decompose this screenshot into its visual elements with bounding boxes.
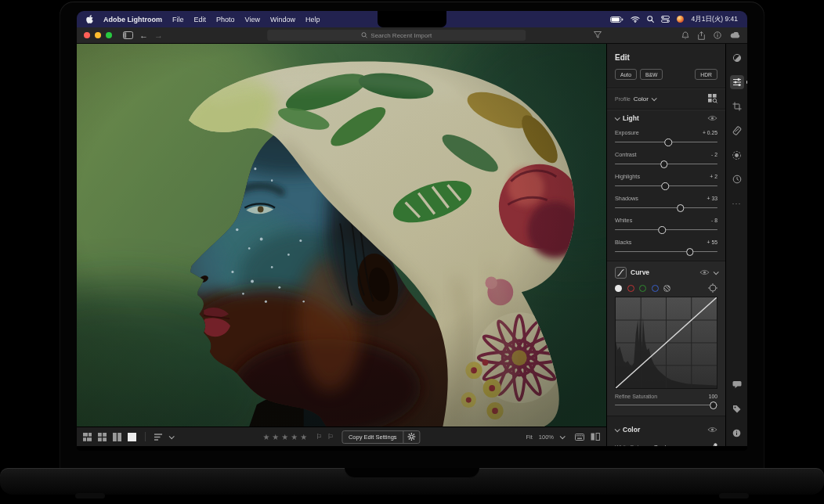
curve-eye-icon[interactable] [699,269,710,275]
edit-settings-gear-icon[interactable] [404,433,420,441]
light-section-header[interactable]: Light [615,110,717,127]
battery-icon[interactable] [610,16,623,23]
slider-thumb[interactable] [686,248,694,256]
detail-view-icon[interactable] [128,433,136,441]
close-window-button[interactable] [84,32,90,38]
notifications-bell-icon[interactable] [681,31,689,40]
shadows-slider[interactable] [615,203,717,212]
zoom-window-button[interactable] [106,32,112,38]
curve-tool-icon[interactable] [615,267,627,279]
sort-chevron-icon[interactable] [169,434,175,439]
slider-thumb[interactable] [660,160,668,168]
sort-icon[interactable] [154,434,163,441]
zoom-level-value[interactable]: 100% [539,434,554,441]
tone-curve-chart[interactable] [615,297,717,389]
forward-button[interactable]: → [154,31,163,40]
curve-channel-red[interactable] [627,285,634,292]
slider-whites: Whites- 8 [615,217,717,234]
cloud-sync-icon[interactable] [730,32,740,38]
profile-chevron-icon[interactable] [652,95,657,101]
highlights-slider[interactable] [615,182,717,190]
info-icon[interactable] [730,426,744,440]
menu-window[interactable]: Window [270,16,295,23]
curve-channel-blue[interactable] [652,285,659,292]
color-eye-icon[interactable] [707,427,717,433]
zoom-chevron-icon[interactable] [560,434,566,439]
slider-thumb[interactable] [677,204,685,212]
light-collapse-icon[interactable] [615,115,620,121]
zoom-fit-label[interactable]: Fit [526,434,532,441]
copy-edit-settings-button[interactable]: Copy Edit Settings [342,434,403,441]
color-section-title: Color [623,426,640,434]
menu-file[interactable]: File [172,16,184,23]
menu-clock[interactable]: 4月1日(火) 9:41 [691,15,738,24]
curve-channel-mixed[interactable] [663,285,670,292]
white-balance-chevron-icon[interactable] [678,444,683,446]
wifi-icon[interactable] [631,16,640,23]
hdr-button[interactable]: HDR [695,69,717,80]
edit-sliders-icon[interactable] [730,75,744,89]
search-input[interactable]: Search Recent Import [267,30,526,41]
whites-slider[interactable] [615,225,717,234]
photo-canvas[interactable] [77,44,606,427]
menu-view[interactable]: View [245,16,260,23]
profile-browse-icon[interactable] [708,94,717,103]
curve-channel-rgb[interactable] [615,285,622,292]
color-collapse-icon[interactable] [615,427,620,432]
laptop-base [0,468,824,495]
menu-app-name[interactable]: Adobe Lightroom [103,16,162,23]
profile-value[interactable]: Color [634,95,649,103]
flag-pick-icon[interactable]: ⚐ ⚐ [316,433,335,441]
slider-thumb[interactable] [661,182,669,190]
curve-section: Curve [607,261,725,416]
slider-thumb[interactable] [659,226,667,234]
menu-photo[interactable]: Photo [216,16,235,23]
menu-avatar-icon[interactable] [677,16,684,23]
slider-value: + 33 [707,196,717,201]
crop-icon[interactable] [730,99,744,113]
curve-channel-green[interactable] [639,285,646,292]
comments-icon[interactable] [730,377,744,391]
refine-saturation-slider[interactable] [615,401,717,409]
adjust-tone-icon[interactable] [730,51,744,65]
menu-edit[interactable]: Edit [194,16,207,23]
help-info-icon[interactable] [714,31,721,39]
more-tools-icon[interactable]: ··· [730,196,744,211]
curve-target-icon[interactable] [708,283,717,293]
exposure-slider[interactable] [615,138,717,146]
refine-saturation-label: Refine Saturation [615,394,657,399]
healing-brush-icon[interactable] [730,124,744,138]
filter-icon[interactable] [594,31,602,38]
slider-thumb[interactable] [710,401,717,409]
overlay-grid-icon[interactable] [575,434,584,441]
menu-help[interactable]: Help [305,16,320,23]
spotlight-search-icon[interactable] [647,16,654,23]
minimize-window-button[interactable] [95,32,101,38]
masking-icon[interactable] [730,148,744,162]
slider-value: + 2 [710,174,717,179]
blacks-slider[interactable] [615,247,717,256]
keywords-tag-icon[interactable] [730,401,744,416]
control-center-icon[interactable] [661,16,670,23]
contrast-slider[interactable] [615,160,717,168]
versions-clock-icon[interactable] [730,172,744,186]
square-grid-view-icon[interactable] [98,433,107,441]
back-button[interactable]: ← [139,31,148,40]
edit-panel-title: Edit [615,53,717,62]
light-eye-icon[interactable] [707,115,717,121]
light-section-title: Light [623,114,639,122]
sidebar-toggle-icon[interactable] [123,31,133,39]
bw-button[interactable]: B&W [640,69,663,80]
apple-menu-icon[interactable] [86,15,93,23]
slider-thumb[interactable] [664,139,672,146]
share-icon[interactable] [698,31,705,40]
slider-value: - 8 [711,218,717,223]
before-after-icon[interactable] [591,433,600,441]
curve-collapse-icon[interactable] [714,269,719,275]
photo-grid-view-icon[interactable] [83,433,92,441]
tool-rail: ··· [725,44,747,446]
compare-view-icon[interactable] [113,433,121,441]
star-rating[interactable]: ★★★★★ [262,433,309,441]
color-section-header[interactable]: Color [615,421,717,438]
auto-button[interactable]: Auto [615,69,637,80]
